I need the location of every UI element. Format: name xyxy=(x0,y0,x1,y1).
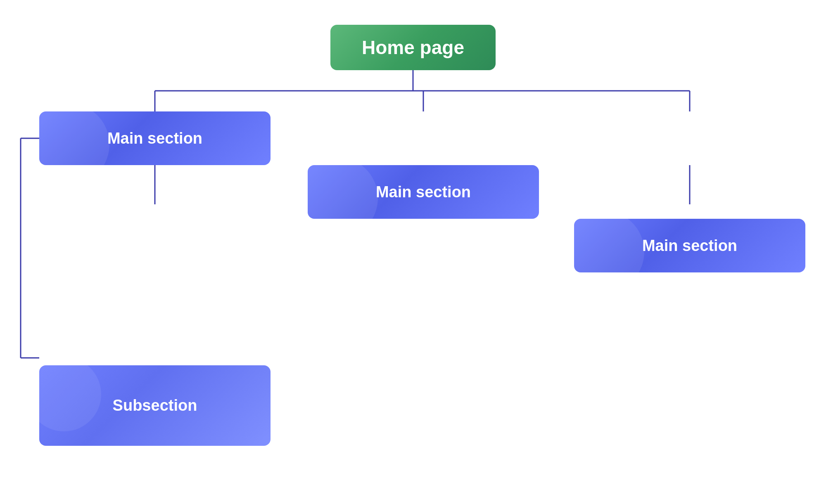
main-section-2-node[interactable]: Main section xyxy=(308,165,539,219)
main-section-3-label: Main section xyxy=(642,237,737,255)
main-section-1-label: Main section xyxy=(107,130,202,147)
main-section-3-node[interactable]: Main section xyxy=(574,219,805,272)
home-page-label: Home page xyxy=(362,36,464,59)
subsection-1a-label: Subsection xyxy=(113,397,197,414)
home-page-node[interactable]: Home page xyxy=(330,25,496,70)
main-section-2-label: Main section xyxy=(376,183,471,201)
diagram: Home page Main section Main section Main… xyxy=(0,0,826,504)
subsection-1a-node[interactable]: Subsection xyxy=(39,365,271,446)
main-section-1-node[interactable]: Main section xyxy=(39,111,271,165)
